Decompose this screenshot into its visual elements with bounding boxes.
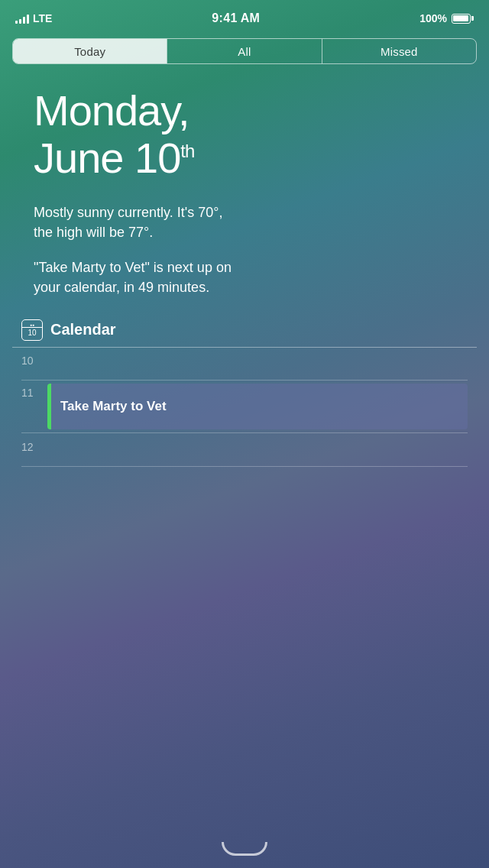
tab-all[interactable]: All (167, 39, 321, 63)
calendar-icon: ●● 10 (21, 319, 43, 341)
signal-bar-4 (27, 15, 29, 24)
tab-bar: Today All Missed (12, 38, 477, 64)
time-content-11: Take Marty to Vet (47, 384, 468, 429)
battery-percent: 100% (419, 12, 447, 24)
calendar-header: ●● 10 Calendar (12, 319, 477, 347)
battery-icon (452, 14, 474, 24)
bottom-handle[interactable] (222, 842, 267, 856)
status-left: LTE (15, 12, 52, 24)
time-row-10: 10 (21, 347, 468, 381)
signal-bar-3 (23, 17, 25, 24)
date-month-day-text: June 10 (34, 134, 180, 182)
status-right: 100% (419, 12, 474, 24)
carrier-label: LTE (33, 12, 52, 24)
signal-bar-1 (15, 21, 18, 24)
date-weekday: Monday, (34, 87, 455, 134)
time-label-10: 10 (21, 351, 47, 367)
calendar-reminder-text: "Take Marty to Vet" is next up onyour ca… (34, 257, 455, 297)
tab-missed[interactable]: Missed (322, 39, 476, 63)
time-label-11: 11 (21, 384, 47, 399)
signal-bar-2 (19, 19, 21, 24)
handle-shape (222, 842, 267, 856)
time-row-12: 12 (21, 433, 468, 467)
calendar-title: Calendar (50, 321, 116, 338)
calendar-body: 10 11 Take Marty to Vet 12 (12, 347, 477, 467)
status-bar: LTE 9:41 AM 100% (0, 0, 489, 34)
event-block-vet[interactable]: Take Marty to Vet (47, 384, 468, 429)
weather-text: Mostly sunny currently. It's 70°,the hig… (34, 202, 455, 242)
time-label-12: 12 (21, 438, 47, 453)
status-time: 9:41 AM (212, 11, 260, 25)
event-title-vet: Take Marty to Vet (51, 391, 176, 422)
date-section: Monday, June 10th (0, 64, 489, 181)
date-month-day: June 10th (34, 134, 455, 182)
time-row-11: 11 Take Marty to Vet (21, 381, 468, 433)
calendar-widget: ●● 10 Calendar 10 11 Take Marty to Vet 1… (12, 319, 477, 468)
date-suffix: th (180, 141, 194, 161)
signal-bars (15, 13, 29, 24)
info-section: Mostly sunny currently. It's 70°,the hig… (0, 181, 489, 297)
tab-today[interactable]: Today (13, 39, 167, 63)
